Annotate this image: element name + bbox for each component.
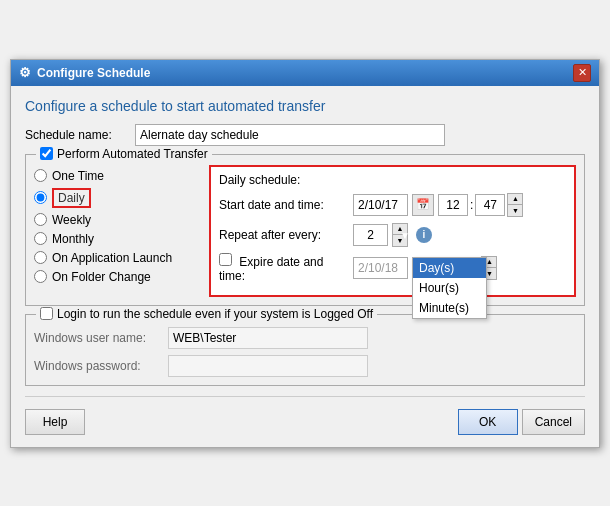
configure-schedule-window: ⚙ Configure Schedule ✕ Configure a sched… — [10, 59, 600, 448]
schedule-name-label: Schedule name: — [25, 128, 135, 142]
perform-transfer-group: Perform Automated Transfer One Time Dail… — [25, 154, 585, 306]
radio-folder-change-input[interactable] — [34, 270, 47, 283]
daily-schedule-label: Daily schedule: — [219, 173, 566, 187]
option-days[interactable]: Day(s) — [413, 258, 486, 278]
start-date-label: Start date and time: — [219, 198, 349, 212]
radio-app-launch-label: On Application Launch — [52, 251, 172, 265]
ok-cancel-buttons: OK Cancel — [458, 409, 585, 435]
time-spin-up[interactable]: ▲ — [508, 194, 522, 205]
schedule-name-input[interactable] — [135, 124, 445, 146]
time-spin-down[interactable]: ▼ — [508, 205, 522, 216]
radio-daily-input[interactable] — [34, 191, 47, 204]
expire-date-input[interactable] — [353, 257, 408, 279]
window-title: Configure Schedule — [37, 66, 150, 80]
radio-folder-change-label: On Folder Change — [52, 270, 151, 284]
radio-weekly-label: Weekly — [52, 213, 91, 227]
login-checkbox[interactable] — [40, 307, 53, 320]
start-minutes-input[interactable] — [475, 194, 505, 216]
radio-one-time-label: One Time — [52, 169, 104, 183]
perform-transfer-legend: Perform Automated Transfer — [36, 147, 212, 161]
windows-password-input[interactable] — [168, 355, 368, 377]
perform-transfer-checkbox[interactable] — [40, 147, 53, 160]
time-spin: ▲ ▼ — [507, 193, 523, 217]
main-title: Configure a schedule to start automated … — [25, 98, 585, 114]
title-bar: ⚙ Configure Schedule ✕ — [11, 60, 599, 86]
calendar-button[interactable]: 📅 — [412, 194, 434, 216]
login-label: Login to run the schedule even if your s… — [57, 307, 373, 321]
ok-button[interactable]: OK — [458, 409, 518, 435]
radio-monthly-input[interactable] — [34, 232, 47, 245]
time-part: : ▲ ▼ — [438, 193, 523, 217]
login-group: Login to run the schedule even if your s… — [25, 314, 585, 386]
radio-one-time-input[interactable] — [34, 169, 47, 182]
radio-app-launch: On Application Launch — [34, 251, 209, 265]
radio-daily-label: Daily — [52, 188, 91, 208]
help-button[interactable]: Help — [25, 409, 85, 435]
radio-monthly: Monthly — [34, 232, 209, 246]
window-icon: ⚙ — [19, 65, 31, 80]
radio-weekly-input[interactable] — [34, 213, 47, 226]
windows-user-label: Windows user name: — [34, 331, 164, 345]
login-legend: Login to run the schedule even if your s… — [36, 307, 377, 321]
radio-app-launch-input[interactable] — [34, 251, 47, 264]
schedule-name-row: Schedule name: — [25, 124, 585, 146]
window-body: Configure a schedule to start automated … — [11, 86, 599, 447]
option-minutes[interactable]: Minute(s) — [413, 298, 486, 318]
close-button[interactable]: ✕ — [573, 64, 591, 82]
left-panel: One Time Daily Weekly Monthly — [34, 165, 209, 297]
expire-row: Expire date and time: : ▲ ▼ — [219, 253, 566, 283]
repeat-label: Repeat after every: — [219, 228, 349, 242]
start-date-input[interactable] — [353, 194, 408, 216]
title-bar-left: ⚙ Configure Schedule — [19, 65, 150, 80]
dropdown-popup: Day(s) Hour(s) Minute(s) — [412, 257, 487, 319]
username-row: Windows user name: — [34, 327, 576, 349]
expire-checkbox[interactable] — [219, 253, 232, 266]
windows-user-input[interactable] — [168, 327, 368, 349]
separator — [25, 396, 585, 397]
cancel-button[interactable]: Cancel — [522, 409, 585, 435]
repeat-spin-up[interactable]: ▲ — [393, 224, 407, 235]
right-panel: Daily schedule: Start date and time: 📅 :… — [209, 165, 576, 297]
start-date-row: Start date and time: 📅 : ▲ ▼ — [219, 193, 566, 217]
expire-label-text: Expire date and time: — [219, 255, 323, 283]
password-row: Windows password: — [34, 355, 576, 377]
radio-weekly: Weekly — [34, 213, 209, 227]
time-separator: : — [470, 198, 473, 212]
expire-label: Expire date and time: — [219, 253, 349, 283]
repeat-spin-down[interactable]: ▼ — [393, 235, 407, 246]
radio-one-time: One Time — [34, 169, 209, 183]
windows-password-label: Windows password: — [34, 359, 164, 373]
option-hours[interactable]: Hour(s) — [413, 278, 486, 298]
radio-monthly-label: Monthly — [52, 232, 94, 246]
radio-daily: Daily — [34, 188, 209, 208]
perform-transfer-label: Perform Automated Transfer — [57, 147, 208, 161]
start-hours-input[interactable] — [438, 194, 468, 216]
repeat-spin: ▲ ▼ — [392, 223, 408, 247]
repeat-row: Repeat after every: ▲ ▼ Day(s) Hour(s) M… — [219, 223, 566, 247]
info-icon[interactable]: i — [416, 227, 432, 243]
radio-folder-change: On Folder Change — [34, 270, 209, 284]
group-content: One Time Daily Weekly Monthly — [34, 165, 576, 297]
repeat-number-input[interactable] — [353, 224, 388, 246]
bottom-buttons: Help OK Cancel — [25, 405, 585, 435]
